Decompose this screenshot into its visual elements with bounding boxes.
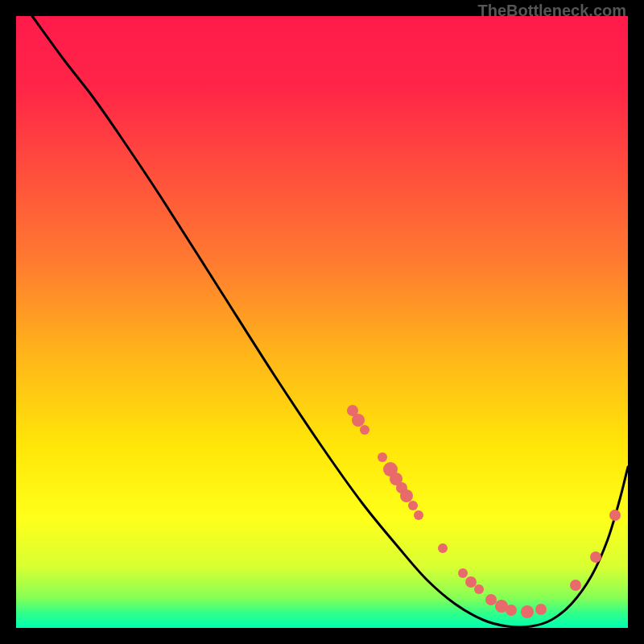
data-dot [590, 551, 601, 563]
chart-frame [16, 16, 628, 628]
data-dot [360, 425, 369, 435]
data-dot [609, 510, 621, 521]
data-dot [485, 594, 497, 605]
chart-svg [16, 16, 628, 628]
data-dot [521, 605, 534, 618]
data-dot [506, 605, 517, 616]
data-dot [378, 452, 387, 462]
data-dot [458, 568, 468, 578]
data-dot [438, 543, 448, 553]
data-dot [408, 501, 418, 510]
data-dot [535, 604, 547, 615]
gradient-background [16, 16, 628, 628]
data-dot [400, 489, 413, 502]
data-dot [414, 510, 423, 520]
data-dot [352, 414, 365, 427]
watermark-text: TheBottleneck.com [478, 2, 626, 20]
data-dot [570, 580, 581, 591]
data-dot [474, 584, 484, 594]
data-dot [465, 576, 477, 588]
